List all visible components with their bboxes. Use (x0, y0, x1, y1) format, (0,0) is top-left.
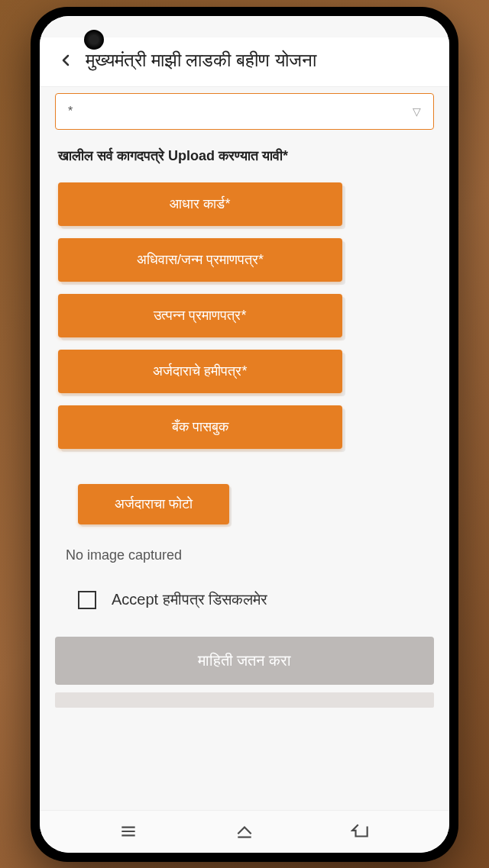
chevron-left-icon (57, 51, 75, 69)
system-nav-bar (40, 810, 449, 853)
recent-apps-button[interactable] (113, 816, 144, 847)
home-button[interactable] (229, 816, 260, 847)
accept-disclaimer-label: Accept हमीपत्र डिसकलमेर (112, 591, 267, 608)
dropdown-field[interactable]: * ▽ (55, 93, 434, 130)
back-nav-button[interactable] (345, 816, 376, 847)
back-icon (351, 821, 371, 841)
menu-icon (118, 821, 138, 841)
upload-domicile-button[interactable]: अधिवास/जन्म प्रमाणपत्र* (58, 238, 342, 282)
upload-income-button[interactable]: उत्पन्न प्रमाणपत्र* (58, 294, 342, 337)
home-icon (235, 821, 254, 841)
upload-applicant-bond-button[interactable]: अर्जदाराचे हमीपत्र* (58, 350, 342, 393)
dropdown-placeholder: * (68, 105, 73, 118)
applicant-photo-button[interactable]: अर्जदाराचा फोटो (78, 484, 229, 524)
no-image-captured-label: No image captured (66, 547, 434, 563)
chevron-down-icon: ▽ (413, 105, 421, 118)
accept-disclaimer-row: Accept हमीपत्र डिसकलमेर (78, 591, 434, 609)
upload-bank-passbook-button[interactable]: बँक पासबुक (58, 405, 342, 449)
form-content: * ▽ खालील सर्व कागदपत्रे Upload करण्यात … (40, 87, 449, 810)
bottom-bar (55, 692, 434, 708)
page-title: मुख्यमंत्री माझी लाडकी बहीण योजना (86, 50, 437, 71)
accept-disclaimer-checkbox[interactable] (78, 591, 96, 609)
back-button[interactable] (52, 47, 79, 74)
upload-section-label: खालील सर्व कागदपत्रे Upload करण्यात यावी… (58, 148, 434, 164)
save-information-button[interactable]: माहिती जतन करा (55, 637, 434, 685)
upload-aadhar-button[interactable]: आधार कार्ड* (58, 182, 342, 226)
